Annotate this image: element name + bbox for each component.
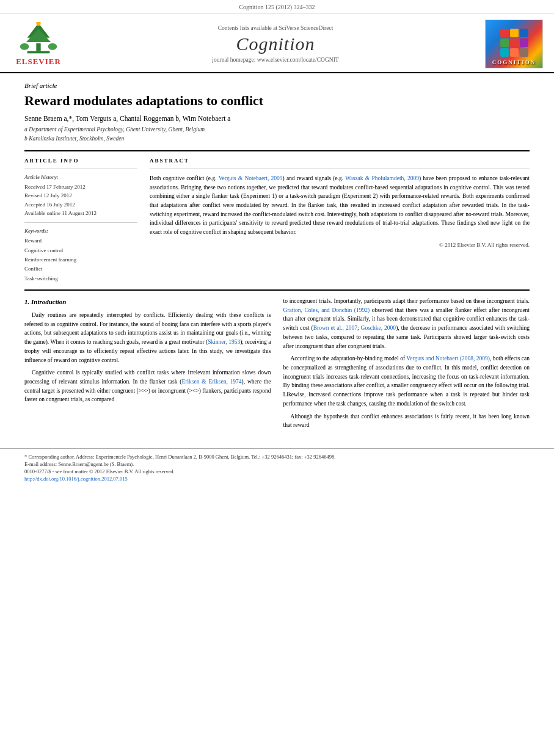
journal-center: Contents lists available at SciVerse Sci… [66, 25, 485, 63]
sciverse-line: Contents lists available at SciVerse Sci… [78, 25, 473, 31]
online-date: Available online 11 August 2012 [24, 209, 137, 217]
accepted-date: Accepted 16 July 2012 [24, 200, 137, 209]
article-history-label: Article history: [24, 174, 137, 180]
logo-sq-4 [500, 38, 509, 47]
journal-title: Cognition [78, 34, 473, 54]
sciverse-text: Contents lists available at SciVerse Sci… [218, 25, 333, 31]
svg-point-5 [48, 43, 57, 49]
journal-header: ELSEVIER Contents lists available at Sci… [0, 13, 554, 73]
logo-sq-1 [500, 29, 509, 37]
citation-bar: Cognition 125 (2012) 324–332 [0, 0, 554, 13]
ref-skinner-1953[interactable]: Skinner, 1953 [208, 339, 240, 345]
authors-text: Senne Braem a,*, Tom Verguts a, Chantal … [24, 115, 230, 122]
right-para-2: According to the adaptation-by-binding m… [283, 354, 530, 408]
abstract-col: ABSTRACT Both cognitive conflict (e.g. V… [150, 158, 530, 283]
logo-sq-7 [500, 48, 509, 57]
divider-2 [24, 222, 137, 223]
keyword-1: Reward [24, 236, 137, 245]
article-body: Brief article Reward modulates adaptatio… [0, 73, 554, 442]
article-info-abstract-section: ARTICLE INFO Article history: Received 1… [24, 150, 530, 283]
ref-verguts-2008[interactable]: Verguts and Notebaert (2008, 2009) [406, 355, 490, 362]
keywords-label: Keywords: [24, 228, 137, 234]
main-text-section: 1. Introduction Daily routines are repea… [24, 289, 530, 434]
abstract-text: Both cognitive conflict (e.g. Verguts & … [150, 174, 530, 237]
ref-brown-2007[interactable]: Brown et al., 2007 [313, 325, 357, 331]
affiliation-a: a Department of Experimental Psychology,… [24, 125, 530, 134]
ref-eriksen-1974[interactable]: Eriksen & Eriksen, 1974 [181, 379, 241, 385]
doi-line: http://dx.doi.org/10.1016/j.cognition.20… [24, 476, 530, 482]
received-date: Received 17 February 2012 [24, 183, 137, 191]
logo-sq-2 [510, 29, 519, 37]
ref-goschke-2000[interactable]: Goschke, 2000 [361, 325, 396, 331]
right-para-3: Although the hypothesis that conflict en… [283, 412, 530, 430]
elsevier-logo: ELSEVIER [11, 22, 66, 67]
right-para-1: to incongruent trials. Importantly, part… [283, 297, 530, 351]
logo-sq-9 [520, 48, 528, 57]
main-text-left: 1. Introduction Daily routines are repea… [24, 297, 271, 434]
affiliations: a Department of Experimental Psychology,… [24, 125, 530, 143]
main-two-col-text: 1. Introduction Daily routines are repea… [24, 297, 530, 434]
keyword-2: Cognitive control [24, 246, 137, 255]
ref-waszak-2009[interactable]: Waszak & Pholulamdeth, 2009 [345, 175, 419, 181]
article-type: Brief article [24, 82, 530, 89]
keyword-3: Reinforcement learning [24, 255, 137, 264]
logo-sq-6 [520, 38, 528, 47]
cognition-logo-squares [500, 29, 528, 57]
svg-point-4 [20, 43, 29, 49]
keyword-5: Task-switching [24, 274, 137, 283]
logo-sq-3 [520, 29, 528, 37]
intro-number: 1. [24, 298, 29, 305]
bottom-footer: * Corresponding author. Address: Experim… [0, 448, 554, 487]
abstract-divider [150, 169, 530, 169]
main-text-right: to incongruent trials. Importantly, part… [283, 297, 530, 434]
ref-verguts-2009[interactable]: Verguts & Notebaert, 2009 [219, 175, 283, 181]
divider-1 [24, 169, 137, 169]
affiliation-b: b Karolinska Institutet, Stockholm, Swed… [24, 134, 530, 143]
copyright-line: © 2012 Elsevier B.V. All rights reserved… [150, 242, 530, 248]
intro-para-2: Cognitive control is typically studied w… [24, 368, 271, 404]
logo-sq-5 [510, 38, 519, 47]
authors-line: Senne Braem a,*, Tom Verguts a, Chantal … [24, 115, 530, 122]
cognition-logo-label: COGNITION [492, 59, 536, 65]
keywords-list: Reward Cognitive control Reinforcement l… [24, 236, 137, 283]
cognition-logo-box: COGNITION [485, 20, 543, 68]
article-title: Reward modulates adaptations to conflict [24, 93, 530, 109]
intro-para-1: Daily routines are repeatedly interrupte… [24, 311, 271, 365]
journal-homepage: journal homepage: www.elsevier.com/locat… [78, 57, 473, 63]
citation-text: Cognition 125 (2012) 324–332 [239, 4, 315, 10]
article-info-section-label: ARTICLE INFO [24, 158, 137, 164]
page-wrapper: Cognition 125 (2012) 324–332 ELSEVIER [0, 0, 554, 756]
logo-sq-8 [510, 48, 519, 57]
svg-rect-1 [27, 51, 50, 53]
corresponding-author-note: * Corresponding author. Address: Experim… [24, 454, 530, 460]
revised-date: Revised 12 July 2012 [24, 191, 137, 200]
intro-title: Introduction [31, 298, 66, 305]
article-info-col: ARTICLE INFO Article history: Received 1… [24, 158, 137, 283]
elsevier-tree-icon [14, 22, 63, 56]
email-note: E-mail address: Senne.Braem@ugent.be (S.… [24, 461, 530, 467]
ref-gratton-1992[interactable]: Gratton, Coles, and Donchin (1992) [283, 307, 370, 313]
elsevier-label: ELSEVIER [16, 57, 61, 67]
copyright-note-text: 0010-0277/$ - see front matter © 2012 El… [24, 468, 175, 474]
intro-heading: 1. Introduction [24, 297, 271, 307]
keyword-4: Conflict [24, 264, 137, 274]
abstract-label: ABSTRACT [150, 158, 530, 164]
copyright-note: 0010-0277/$ - see front matter © 2012 El… [24, 468, 530, 474]
doi-link[interactable]: http://dx.doi.org/10.1016/j.cognition.20… [24, 476, 128, 482]
svg-rect-0 [36, 43, 40, 51]
